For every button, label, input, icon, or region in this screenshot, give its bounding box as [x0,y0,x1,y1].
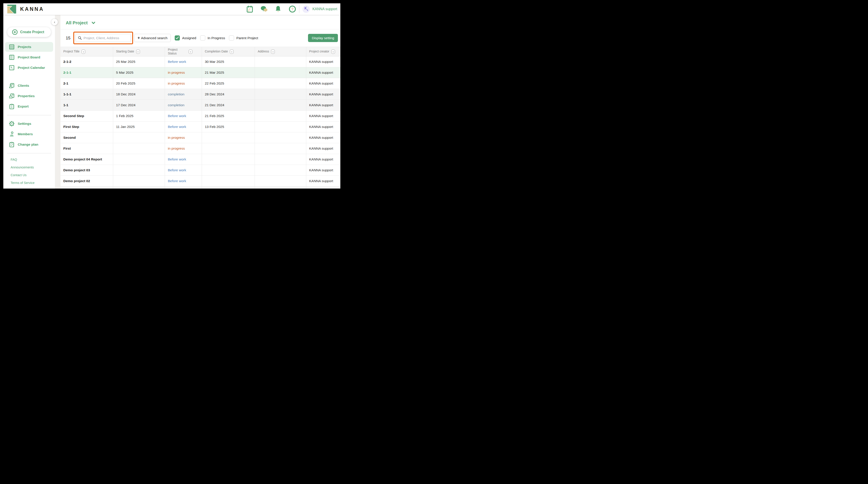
help-icon[interactable]: ? [289,5,296,13]
sort-icon[interactable]: ▲ [189,50,192,54]
table-row[interactable]: First in progress KANNA support [60,143,340,154]
nav-primary: Projects Project Board [5,42,53,73]
export-icon [9,104,14,109]
table-row[interactable]: 2-1 20 Feb 2025 in progress 22 Feb 2025 … [60,78,340,89]
table-row-partial[interactable] [60,187,340,189]
table-row[interactable]: Second Step 1 Feb 2025 Before work 21 Fe… [60,111,340,122]
kanna-logo[interactable]: KANNA [7,5,44,13]
status-badge: in progress [165,132,202,143]
status-badge: completion [165,100,202,110]
status-badge: completion [165,89,202,100]
advanced-search-button[interactable]: + Advanced search [134,34,171,42]
brand-wordmark: KANNA [20,6,44,12]
sidebar-item-projects[interactable]: Projects [5,42,53,52]
chat-icon[interactable] [260,5,268,13]
sidebar-item-project-board[interactable]: Project Board [5,53,53,62]
user-menu[interactable]: K s KANNA support [303,5,337,13]
col-header-starting-date: Starting Date ▲ [113,47,165,56]
status-badge: Before work [165,57,202,67]
nav-admin: Settings Members Change plan [5,119,53,150]
sidebar-gutter: ‹ [55,15,60,189]
plus-icon: + [137,36,140,40]
search-annotation-box [73,32,133,44]
check-icon [176,36,179,39]
status-badge: in progress [165,143,202,154]
create-project-button[interactable]: Create Project [7,27,51,37]
sidebar-item-change-plan[interactable]: Change plan [5,140,53,150]
search-icon [78,36,82,40]
sidebar-item-export[interactable]: Export [5,102,53,111]
view-title[interactable]: All Project [66,20,88,26]
top-header: KANNA [3,3,340,15]
plus-circle-icon [12,29,18,35]
table-row[interactable]: First Step 11 Jan 2025 Before work 13 Fe… [60,122,340,132]
kanna-app-window: KANNA [3,3,340,189]
filter-in-progress[interactable]: In Progress [200,35,225,40]
kanna-logo-icon [7,5,16,13]
sidebar-link-faq[interactable]: FAQ [5,158,53,161]
table-header-row: Project Title ▲ Starting Date ▲ Project … [60,47,340,57]
filter-parent-project[interactable]: Parent Project [229,35,258,40]
sidebar-item-properties[interactable]: Properties [5,91,53,101]
projects-table: Project Title ▲ Starting Date ▲ Project … [60,47,340,189]
change-plan-icon [9,142,14,148]
sidebar-links: FAQ Announcements Contact Us Terms of Se… [5,158,53,185]
parent-project-checkbox[interactable] [229,35,234,40]
table-row[interactable]: Demo project 02 Before work KANNA suppor… [60,176,340,187]
filter-assigned[interactable]: Assigned [175,35,196,40]
screenshot-frame: KANNA [0,0,345,194]
status-badge: Before work [165,111,202,121]
main-content: All Project 15 [60,15,340,189]
in-progress-checkbox[interactable] [200,35,205,40]
bell-icon[interactable] [275,5,282,13]
table-row[interactable]: Demo project 03 Before work KANNA suppor… [60,165,340,176]
col-header-address: Address ▲ [255,47,306,56]
status-badge: Before work [165,154,202,165]
clients-icon [9,83,14,89]
col-header-project-creator: Project creator ▲ [306,47,340,56]
col-header-project-title: Project Title ▲ [60,47,113,56]
table-row[interactable]: Demo project 04 Report Before work KANNA… [60,154,340,165]
status-badge: in progress [165,78,202,89]
sidebar-item-settings[interactable]: Settings [5,119,53,129]
col-header-project-status: Project Status ▲ [165,47,202,56]
sidebar-link-contact-us[interactable]: Contact Us [5,173,53,177]
toolbar: 15 + Advanced search [60,32,340,44]
sidebar-collapse-button[interactable]: ‹ [51,19,58,25]
create-project-label: Create Project [20,30,44,34]
table-row[interactable]: 2-1-1 5 Mar 2025 in progress 21 Mar 2025… [60,67,340,78]
sidebar: Create Project Projects [3,15,55,189]
settings-icon [9,121,14,127]
table-row[interactable]: Second in progress KANNA support [60,132,340,143]
projects-icon [9,44,14,50]
status-badge: Before work [165,165,202,175]
table-row[interactable]: 1-1 17 Dec 2024 completion 21 Dec 2024 K… [60,100,340,111]
result-count: 15 [66,36,70,40]
avatar: K s [303,5,310,13]
table-row[interactable]: 2-1-2 25 Mar 2025 Before work 30 Mar 202… [60,57,340,67]
sidebar-link-terms[interactable]: Terms of Service [5,181,53,185]
status-badge: Before work [165,122,202,132]
display-setting-button[interactable]: Display setting [308,34,338,42]
status-badge: Before work [165,176,202,186]
sort-icon[interactable]: ▲ [136,50,140,54]
search-input[interactable] [84,36,128,40]
view-selector[interactable]: All Project [66,20,340,26]
chevron-down-icon[interactable] [91,20,96,25]
user-name: KANNA support [312,7,337,11]
calendar-icon[interactable] [246,5,253,13]
sort-icon[interactable]: ▲ [331,50,335,54]
assigned-checkbox[interactable] [175,35,180,40]
header-icon-group: ? [246,5,296,13]
sidebar-link-announcements[interactable]: Announcements [5,165,53,169]
calendar-icon [9,65,14,71]
sort-icon[interactable]: ▲ [271,50,275,54]
table-row[interactable]: 1-1-1 18 Dec 2024 completion 28 Dec 2024… [60,89,340,100]
sort-icon[interactable]: ▲ [82,50,85,54]
sort-icon[interactable]: ▲ [230,50,234,54]
sidebar-item-project-calendar[interactable]: Project Calendar [5,63,53,73]
properties-icon [9,93,14,99]
sidebar-item-members[interactable]: Members [5,129,53,139]
sidebar-item-clients[interactable]: Clients [5,81,53,91]
search-field[interactable] [75,34,131,42]
